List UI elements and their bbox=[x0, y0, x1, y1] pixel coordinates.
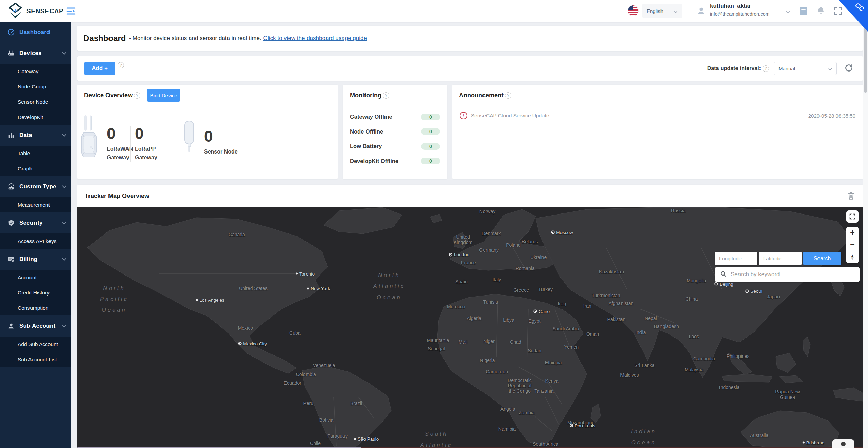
sensecap-dashboard: SENSECAP English bbox=[0, 0, 868, 448]
compass-pitch-icon[interactable]: ▲▼ bbox=[846, 251, 859, 263]
user-menu[interactable]: kutluhan_aktar info@theamplituhedron.com bbox=[710, 3, 782, 17]
monitoring-header: Monitoring ? bbox=[343, 85, 447, 106]
stat-lorapp-gateway: 0 LoRaPP Gateway bbox=[130, 126, 157, 162]
sidebar-submenu: AccountCredit HistoryConsumption bbox=[0, 270, 71, 315]
alert-icon: ! bbox=[460, 112, 467, 119]
scrollbar-thumb[interactable] bbox=[864, 26, 867, 93]
map-expand-icon[interactable] bbox=[846, 210, 859, 223]
us-flag-icon bbox=[628, 5, 638, 16]
sidebar-item-label: Custom Type bbox=[19, 183, 62, 190]
bind-device-button[interactable]: Bind Device bbox=[147, 89, 180, 102]
sidebar-item-consumption[interactable]: Consumption bbox=[0, 300, 71, 315]
sidebar-item-dashboard[interactable]: Dashboard bbox=[0, 22, 71, 43]
fullscreen-icon[interactable] bbox=[833, 6, 843, 17]
sidebar-item-account[interactable]: Account bbox=[0, 270, 71, 285]
chevron-down-icon bbox=[62, 52, 66, 55]
user-name: kutluhan_aktar bbox=[710, 3, 782, 9]
sidebar-collapse-icon[interactable] bbox=[66, 7, 76, 16]
add-button[interactable]: Add + bbox=[84, 62, 115, 75]
page-scrollbar[interactable] bbox=[863, 22, 868, 448]
chevron-down-icon bbox=[62, 134, 66, 137]
announcement-item[interactable]: ! SenseCAP Cloud Service Update 2020-05-… bbox=[452, 106, 863, 125]
stat-lorawan-gateway: 0 LoRaWAN Gateway bbox=[102, 126, 133, 162]
latitude-input[interactable] bbox=[759, 252, 802, 265]
search-button[interactable]: Search bbox=[803, 252, 841, 265]
zoom-out-button[interactable]: − bbox=[846, 239, 859, 251]
help-icon[interactable]: ? bbox=[383, 92, 389, 99]
chevron-down-icon bbox=[62, 258, 66, 261]
sidebar-item-credit-history[interactable]: Credit History bbox=[0, 285, 71, 300]
sidebar-submenu: Access API keys bbox=[0, 233, 71, 249]
sidebar-item-table[interactable]: Table bbox=[0, 146, 71, 161]
language-select[interactable]: English bbox=[642, 4, 682, 18]
user-avatar-icon bbox=[696, 6, 706, 17]
usage-guide-link[interactable]: Click to view the dashboard usage guide bbox=[263, 35, 367, 42]
monitoring-count-badge: 0 bbox=[421, 143, 440, 150]
announcement-card: Announcement ? ! SenseCAP Cloud Service … bbox=[452, 85, 863, 179]
data-icon bbox=[7, 131, 15, 139]
stat-value: 0 bbox=[107, 126, 133, 141]
longitude-input[interactable] bbox=[715, 252, 757, 265]
monitoring-title: Monitoring bbox=[350, 92, 381, 99]
sidebar-submenu: TableGraph bbox=[0, 146, 71, 176]
gateway-illustration bbox=[81, 115, 97, 160]
map-partial-control[interactable] bbox=[832, 439, 854, 448]
chevron-down-icon bbox=[62, 222, 66, 224]
subaccount-icon bbox=[7, 322, 15, 330]
zoom-in-button[interactable]: + bbox=[846, 227, 859, 239]
sidebar-item-sensor-node[interactable]: Sensor Node bbox=[0, 94, 71, 109]
monitoring-row-label: Gateway Offline bbox=[350, 114, 392, 120]
chevron-down-icon bbox=[674, 8, 678, 14]
toolbar-card: Add + ? Data update interval: ? Manual bbox=[77, 56, 863, 81]
sidebar-item-devices[interactable]: Devices bbox=[0, 43, 71, 64]
device-overview-card: Device Overview ? Bind Device 0 LoRaWAN … bbox=[77, 85, 338, 179]
sidebar-item-developkit[interactable]: DevelopKit bbox=[0, 109, 71, 125]
chevron-down-icon bbox=[828, 66, 832, 72]
page-subtitle: - Monitor device status and sensor data … bbox=[129, 35, 261, 42]
sidebar-item-add-sub-account[interactable]: Add Sub Account bbox=[0, 337, 71, 352]
sidebar-item-security[interactable]: Security bbox=[0, 212, 71, 233]
search-icon bbox=[720, 270, 727, 279]
world-map[interactable]: NorwayRussiaCanadaMoscowDenmarkUnited Ki… bbox=[77, 207, 863, 448]
monitoring-row-label: Node Offline bbox=[350, 128, 383, 135]
sidebar-item-sub-account[interactable]: Sub Account bbox=[0, 315, 71, 337]
chevron-down-icon[interactable] bbox=[786, 9, 790, 15]
map-zoom-controls: + − ▲▼ bbox=[846, 227, 859, 263]
announcement-rows: ! SenseCAP Cloud Service Update 2020-05-… bbox=[452, 106, 863, 125]
devices-icon bbox=[7, 49, 15, 57]
sidebar-item-billing[interactable]: Billing bbox=[0, 249, 71, 270]
keyword-search-bar[interactable] bbox=[715, 267, 860, 282]
delete-trash-icon[interactable] bbox=[847, 191, 855, 201]
help-icon[interactable]: ? bbox=[118, 62, 124, 68]
sidebar-item-gateway[interactable]: Gateway bbox=[0, 64, 71, 79]
monitoring-row-label: Low Battery bbox=[350, 143, 382, 149]
world-map-svg bbox=[77, 207, 863, 448]
tracker-map-card: Tracker Map Overview bbox=[77, 185, 863, 448]
sidebar-item-measurement[interactable]: Measurement bbox=[0, 197, 71, 212]
dashboard-icon bbox=[7, 28, 15, 36]
help-icon[interactable]: ? bbox=[763, 65, 769, 72]
help-icon[interactable]: ? bbox=[134, 92, 140, 99]
document-icon[interactable] bbox=[799, 6, 808, 17]
interval-group: Data update interval: ? Manual bbox=[707, 56, 853, 81]
device-overview-title: Device Overview bbox=[84, 92, 133, 99]
interval-label: Data update interval: bbox=[707, 65, 761, 72]
refresh-icon[interactable] bbox=[844, 63, 853, 74]
sidebar-item-custom-type[interactable]: Custom Type bbox=[0, 176, 71, 197]
interval-select[interactable]: Manual bbox=[774, 62, 837, 75]
topbar: SENSECAP English bbox=[0, 0, 868, 22]
keyword-input[interactable] bbox=[730, 271, 855, 278]
brand[interactable]: SENSECAP bbox=[8, 3, 63, 20]
device-overview-header: Device Overview ? Bind Device bbox=[77, 85, 338, 106]
help-icon[interactable]: ? bbox=[505, 92, 511, 99]
sidebar-item-node-group[interactable]: Node Group bbox=[0, 79, 71, 94]
monitoring-row-label: DevelopKit Offline bbox=[350, 158, 398, 164]
sidebar-item-access-api-keys[interactable]: Access API keys bbox=[0, 233, 71, 249]
sidebar-item-label: Security bbox=[19, 220, 62, 226]
sidebar-item-sub-account-list[interactable]: Sub Account List bbox=[0, 352, 71, 367]
sidebar-item-data[interactable]: Data bbox=[0, 125, 71, 146]
notifications-bell-icon[interactable] bbox=[816, 6, 825, 17]
sensor-node-illustration bbox=[184, 120, 194, 154]
monitoring-row: Low Battery 0 bbox=[350, 139, 440, 154]
sidebar-item-graph[interactable]: Graph bbox=[0, 161, 71, 176]
